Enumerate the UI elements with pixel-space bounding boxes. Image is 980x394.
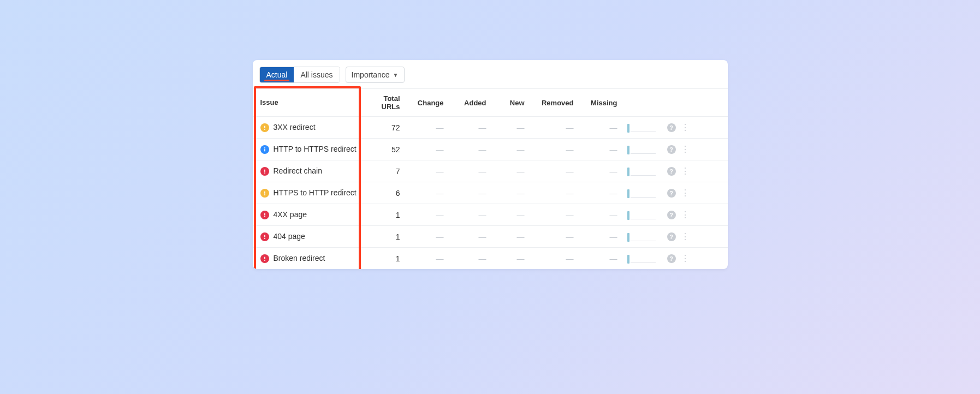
column-header-missing[interactable]: Missing bbox=[581, 99, 625, 107]
issue-cell: 4XX page bbox=[260, 210, 364, 220]
added-cell: — bbox=[452, 232, 494, 241]
new-cell: — bbox=[494, 189, 532, 198]
change-cell: — bbox=[408, 254, 452, 263]
missing-cell: — bbox=[581, 254, 625, 263]
change-cell: — bbox=[408, 123, 452, 132]
error-badge-icon bbox=[260, 211, 269, 219]
help-button[interactable]: ? bbox=[663, 189, 680, 198]
table-row[interactable]: HTTPS to HTTP redirect6—————?⋮ bbox=[253, 182, 728, 204]
added-cell: — bbox=[452, 167, 494, 176]
issue-label[interactable]: HTTP to HTTPS redirect bbox=[274, 145, 357, 154]
kebab-menu-icon: ⋮ bbox=[681, 166, 690, 176]
issue-label[interactable]: Broken redirect bbox=[274, 254, 325, 264]
row-menu-button[interactable]: ⋮ bbox=[680, 166, 691, 176]
row-menu-button[interactable]: ⋮ bbox=[680, 188, 691, 198]
kebab-menu-icon: ⋮ bbox=[681, 188, 690, 198]
error-badge-icon bbox=[260, 254, 269, 263]
added-cell: — bbox=[452, 254, 494, 263]
issues-table: Issue Total URLs Change Added New Remove… bbox=[253, 88, 728, 269]
column-header-total-urls[interactable]: Total URLs bbox=[364, 94, 408, 111]
svg-rect-4 bbox=[264, 169, 265, 172]
svg-point-9 bbox=[264, 216, 265, 217]
info-badge-icon bbox=[260, 145, 269, 154]
row-menu-button[interactable]: ⋮ bbox=[680, 231, 691, 242]
row-menu-button[interactable]: ⋮ bbox=[680, 210, 691, 220]
removed-cell: — bbox=[532, 254, 581, 263]
sparkline bbox=[625, 188, 663, 198]
column-header-removed[interactable]: Removed bbox=[532, 99, 581, 107]
missing-cell: — bbox=[581, 189, 625, 198]
missing-cell: — bbox=[581, 123, 625, 132]
total-urls-cell: 6 bbox=[364, 189, 408, 198]
added-cell: — bbox=[452, 123, 494, 132]
sparkline bbox=[625, 232, 663, 242]
help-button[interactable]: ? bbox=[663, 211, 680, 219]
column-header-added[interactable]: Added bbox=[452, 99, 494, 107]
removed-cell: — bbox=[532, 167, 581, 176]
table-row[interactable]: 4XX page1—————?⋮ bbox=[253, 204, 728, 225]
kebab-menu-icon: ⋮ bbox=[681, 210, 690, 220]
table-row[interactable]: HTTP to HTTPS redirect52—————?⋮ bbox=[253, 138, 728, 160]
missing-cell: — bbox=[581, 211, 625, 219]
row-menu-button[interactable]: ⋮ bbox=[680, 122, 691, 133]
total-urls-cell: 1 bbox=[364, 211, 408, 219]
table-row[interactable]: Broken redirect1—————?⋮ bbox=[253, 247, 728, 269]
dropdown-label: Importance bbox=[352, 70, 390, 79]
removed-cell: — bbox=[532, 145, 581, 154]
help-button[interactable]: ? bbox=[663, 123, 680, 132]
removed-cell: — bbox=[532, 232, 581, 241]
column-header-issue[interactable]: Issue bbox=[260, 98, 364, 107]
svg-point-1 bbox=[264, 129, 265, 130]
tab-all-issues[interactable]: All issues bbox=[294, 67, 339, 82]
removed-cell: — bbox=[532, 123, 581, 132]
table-row[interactable]: 404 page1—————?⋮ bbox=[253, 225, 728, 247]
table-header-row: Issue Total URLs Change Added New Remove… bbox=[253, 88, 728, 116]
kebab-menu-icon: ⋮ bbox=[681, 253, 690, 264]
help-icon: ? bbox=[667, 145, 676, 154]
sparkline bbox=[625, 254, 663, 264]
sparkline bbox=[625, 123, 663, 133]
sparkline bbox=[625, 166, 663, 176]
sparkline bbox=[625, 145, 663, 154]
svg-point-7 bbox=[264, 194, 265, 195]
help-button[interactable]: ? bbox=[663, 167, 680, 176]
new-cell: — bbox=[494, 254, 532, 263]
added-cell: — bbox=[452, 211, 494, 219]
row-menu-button[interactable]: ⋮ bbox=[680, 253, 691, 264]
help-icon: ? bbox=[667, 123, 676, 132]
change-cell: — bbox=[408, 211, 452, 219]
table-row[interactable]: Redirect chain7—————?⋮ bbox=[253, 160, 728, 182]
help-button[interactable]: ? bbox=[663, 145, 680, 154]
issue-cell: 404 page bbox=[260, 232, 364, 242]
total-urls-cell: 1 bbox=[364, 232, 408, 241]
total-urls-cell: 7 bbox=[364, 167, 408, 176]
help-button[interactable]: ? bbox=[663, 232, 680, 241]
svg-point-11 bbox=[264, 238, 265, 239]
help-button[interactable]: ? bbox=[663, 254, 680, 263]
error-badge-icon bbox=[260, 167, 269, 176]
column-header-change[interactable]: Change bbox=[408, 99, 452, 107]
total-urls-cell: 1 bbox=[364, 254, 408, 263]
table-row[interactable]: 3XX redirect72—————?⋮ bbox=[253, 116, 728, 138]
warning-badge-icon bbox=[260, 189, 269, 198]
svg-rect-12 bbox=[264, 256, 265, 259]
column-header-new[interactable]: New bbox=[494, 99, 532, 107]
tab-actual[interactable]: Actual bbox=[260, 67, 294, 82]
row-menu-button[interactable]: ⋮ bbox=[680, 144, 691, 154]
issue-label[interactable]: 4XX page bbox=[274, 210, 307, 220]
issue-label[interactable]: HTTPS to HTTP redirect bbox=[274, 188, 357, 198]
issues-panel: Actual All issues Importance ▼ Issue Tot… bbox=[253, 60, 728, 269]
toolbar: Actual All issues Importance ▼ bbox=[253, 60, 728, 88]
svg-point-2 bbox=[264, 147, 265, 148]
issue-label[interactable]: 3XX redirect bbox=[274, 123, 316, 133]
issue-label[interactable]: 404 page bbox=[274, 232, 305, 242]
missing-cell: — bbox=[581, 167, 625, 176]
new-cell: — bbox=[494, 167, 532, 176]
help-icon: ? bbox=[667, 189, 676, 198]
importance-dropdown[interactable]: Importance ▼ bbox=[346, 67, 405, 83]
issue-cell: HTTP to HTTPS redirect bbox=[260, 145, 364, 154]
sparkline bbox=[625, 210, 663, 220]
issue-label[interactable]: Redirect chain bbox=[274, 166, 323, 176]
kebab-menu-icon: ⋮ bbox=[681, 122, 690, 133]
change-cell: — bbox=[408, 145, 452, 154]
